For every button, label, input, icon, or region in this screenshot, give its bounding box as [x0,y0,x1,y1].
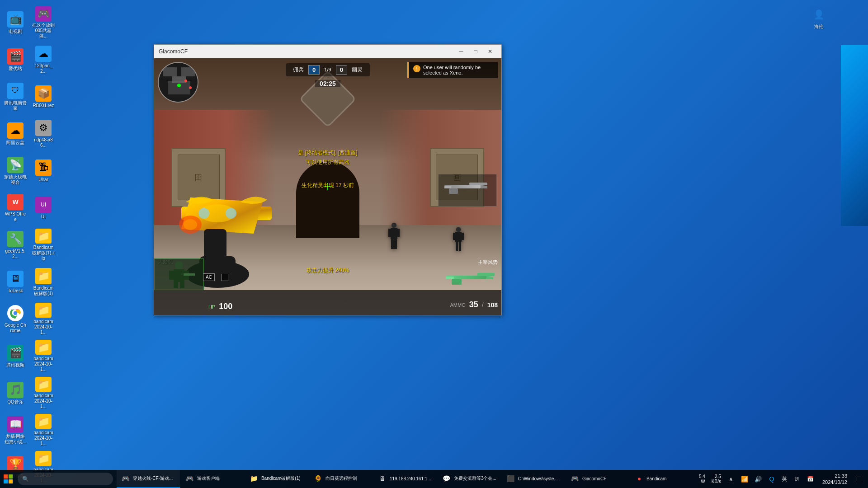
hud-hp-display: HP 100 [208,302,232,311]
svg-rect-50 [9,474,13,479]
desktop-icon-dianshi[interactable]: 📺 电视剧 [2,5,28,41]
desktop-icon-ui[interactable]: UI UI [30,190,57,226]
tray-calendar-icon[interactable]: 📅 [805,470,816,488]
svg-rect-38 [174,269,184,282]
svg-rect-43 [184,273,195,276]
svg-rect-4 [388,229,392,237]
desktop-icon-cftv[interactable]: 📡 穿越火线电视台 [2,153,28,189]
sunflower-icon: 🌻 [314,474,323,483]
corner-icon-label: 海伦 [814,24,823,29]
close-button[interactable]: ✕ [483,47,497,56]
tray-notifications-icon[interactable]: □ [854,470,864,488]
game-window: GiacomoCF ─ □ ✕ [154,44,502,315]
desktop-icon-bandicam3[interactable]: 📁 bandicam 2024-10-1... [30,301,57,337]
svg-rect-28 [172,76,186,83]
desktop-icon-geekv[interactable]: 🔧 geekV1.5.2... [2,227,28,263]
game-viewport[interactable]: 田 画 [154,58,501,315]
weapon-display: 主宰风势 [443,259,498,288]
desktop-icon-ndp48[interactable]: ⚙ ndp48-x86... [30,116,57,152]
taskbar-item-remoteip[interactable]: 🖥 119.188.240.161:1... [373,470,437,488]
taskbar-item-qqgroup[interactable]: 💬 免费交流群等3个会... [438,470,501,488]
desktop-icon-bandicam4[interactable]: 📁 bandicam 2024-10-1... [30,338,57,374]
hud-bio-msg: 生化精灵出现 17 秒前 [302,182,354,189]
ammo-current: 35 [469,300,478,310]
svg-rect-9 [455,232,462,242]
desktop-icon-rb001[interactable]: 📦 RB001.rez [30,79,57,115]
ac-box [221,274,228,281]
bandicam-icon: ● [635,474,644,483]
tray-ime-icon[interactable]: 拼 [792,470,802,488]
taskbar-search[interactable]: 🔍 [18,473,113,485]
taskbar-item-giacomocf[interactable]: 🎮 GiacomoCF [566,470,629,488]
start-button[interactable] [0,470,16,488]
svg-rect-8 [456,227,461,232]
svg-rect-6 [391,239,394,249]
minimize-button[interactable]: ─ [454,47,468,56]
desktop-icon-123pan[interactable]: ☁ 123pan_2... [30,42,57,78]
tray-network-icon[interactable]: 📶 [739,470,750,488]
taskbar-item-sunflower[interactable]: 🌻 向日葵远程控制 [309,470,373,488]
svg-rect-49 [4,474,8,479]
tray-qq-icon[interactable]: Q [766,470,777,488]
remote-icon: 🖥 [378,474,387,483]
taskbar-item-gameclient[interactable]: 🎮 游戏客户端 [181,470,244,488]
giacomocf-icon: 🎮 [571,474,580,483]
desktop-icon-tengxunsp[interactable]: 🎬 腾讯视频 [2,338,28,374]
notif-icon: ! [413,65,420,72]
svg-rect-12 [456,242,458,251]
svg-point-30 [184,80,187,82]
desktop-icon-youtu[interactable]: 🎬 爱优站 [2,42,28,78]
minimap [158,62,198,103]
tray-network-speed[interactable]: 2.5 KB/s [710,474,723,484]
desktop-icon-mengtu[interactable]: 📖 梦橘·网络短篇小说... [2,412,28,448]
svg-point-20 [226,208,236,219]
desktop-icon-ulrar[interactable]: 🗜 Ulrar [30,153,57,189]
svg-rect-46 [452,279,462,285]
desktop-icon-pcmanager[interactable]: 🛡 腾讯电脑管家 [2,79,28,115]
window-title: GiacomoCF [159,48,454,55]
weapon-name: 主宰风势 [478,259,498,266]
tray-volume-icon[interactable]: 🔊 [753,470,764,488]
hud-notification: ! One user will randomly be selected as … [407,62,498,78]
svg-rect-34 [449,188,458,194]
tray-time[interactable]: 21:33 2024/10/12 [819,473,851,486]
desktop-icon-alibaba[interactable]: ☁ 阿里云盘 [2,116,28,152]
system-tray: 5.4 W 2.5 KB/s ∧ 📶 🔊 Q 英 拼 📅 21:33 2024/… [693,470,868,488]
maximize-button[interactable]: □ [469,47,482,56]
svg-point-37 [175,261,183,269]
user-corner-icon: 👤 海伦 [806,5,832,31]
taskbar-item-cfgame[interactable]: 🎮 穿越火线-CF-游戏... [117,470,180,488]
tray-date: 2024/10/12 [822,479,847,485]
hud-dots: ....... [315,75,340,80]
svg-rect-2 [392,223,396,228]
desktop-icon-wps[interactable]: W WPS Office [2,190,28,226]
svg-rect-42 [180,282,184,288]
taskbar-item-bandicamcrack[interactable]: 📁 Bandicam破解版(1) [245,470,308,488]
enemy-1 [386,223,402,256]
hp-value: 100 [219,302,232,311]
svg-rect-51 [4,479,8,483]
taskbar: 🔍 🎮 穿越火线-CF-游戏... 🎮 游戏客户端 📁 Bandicam破解版(… [0,470,868,488]
taskbar-items: 🎮 穿越火线-CF-游戏... 🎮 游戏客户端 📁 Bandicam破解版(1)… [113,470,693,488]
desktop-icon-todesk[interactable]: 🖥 ToDesk [2,264,28,300]
qq-icon: 💬 [442,474,451,483]
desktop-icon-googlechrome[interactable]: Google Chrome [2,301,28,337]
svg-marker-48 [486,276,493,279]
tray-expand-icon[interactable]: ∧ [726,470,736,488]
desktop-icon-bandicam2[interactable]: 📁 Bandicam破解版(1) [30,264,57,300]
desktop-icon-bandicam6[interactable]: 📁 bandicam 2024-10-1... [30,412,57,448]
desktop-icon-bandicam1[interactable]: 📁 Bandicam破解版(1).zip [30,227,57,263]
desktop-icon-qqmusic[interactable]: 🎵 QQ音乐 [2,375,28,411]
tray-battery[interactable]: 5.4 W [697,474,707,484]
taskbar-item-bandicam[interactable]: ● Bandicam [630,470,693,488]
svg-rect-5 [396,229,400,237]
player-character-panel [154,258,204,290]
window-controls: ─ □ ✕ [454,47,497,56]
desktop-icon-bandicam5[interactable]: 📁 bandicam 2024-10-1... [30,375,57,411]
tray-language[interactable]: 英 [780,475,789,483]
svg-rect-39 [169,271,175,280]
svg-point-31 [189,86,192,89]
desktop-icon-bazhege[interactable]: 🎮 把这个放到005武器装... [30,5,57,41]
taskbar-item-cmd[interactable]: ⬛ C:\Windows\syste... [502,470,565,488]
weapon-image [443,267,498,288]
